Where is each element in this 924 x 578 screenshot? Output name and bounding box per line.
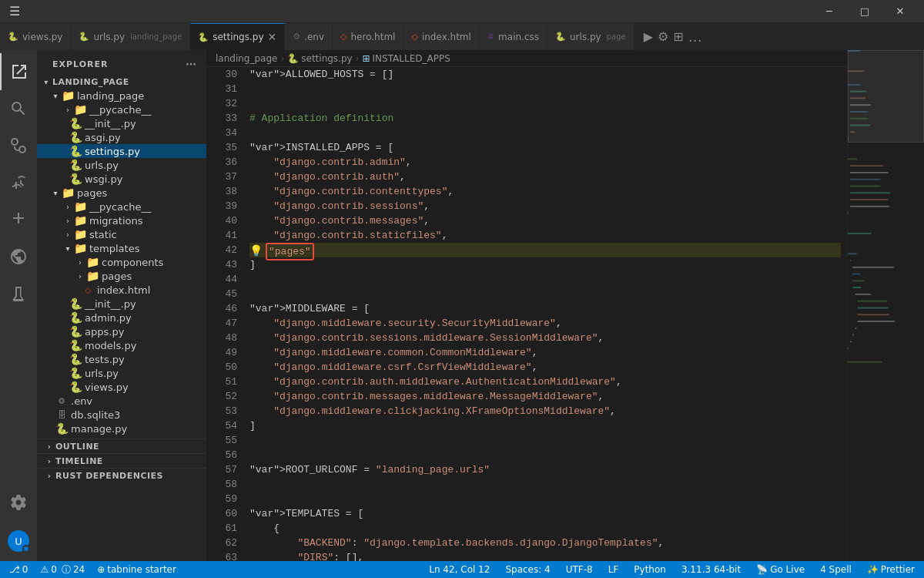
extensions-icon[interactable] — [0, 201, 37, 238]
branch-item[interactable]: ⎇ 0 — [6, 561, 31, 578]
tab-urls-py-2[interactable]: 🐍 urls.py page — [547, 23, 634, 50]
title-bar-left: ☰ — [6, 1, 23, 22]
folder-icon: 📁 — [62, 89, 74, 102]
file-label: models.py — [85, 340, 136, 351]
close-button[interactable]: ✕ — [882, 0, 918, 23]
tree-folder-migrations[interactable]: › 📁 migrations — [37, 213, 206, 227]
menu-icon[interactable]: ☰ — [6, 1, 23, 22]
tab-index-html[interactable]: ◇ index.html — [403, 23, 479, 50]
tree-file-admin[interactable]: 🐍 admin.py — [37, 311, 206, 324]
timeline-header[interactable]: › TIMELINE — [37, 454, 206, 468]
chevron-right-icon: › — [43, 469, 55, 482]
tab-settings-py[interactable]: 🐍 settings.py ✕ — [190, 23, 285, 50]
remote-icon[interactable] — [0, 238, 37, 275]
warning-icon: ⓘ — [62, 563, 71, 576]
html-icon: ◇ — [411, 32, 417, 42]
root-label: LANDING_PAGE — [52, 77, 129, 87]
tree-folder-pycache-2[interactable]: › 📁 __pycache__ — [37, 200, 206, 213]
tree-file-env[interactable]: ⚙ .env — [37, 394, 206, 408]
tree-file-wsgi[interactable]: 🐍 wsgi.py — [37, 172, 206, 186]
tab-hero-html[interactable]: ◇ hero.html — [333, 23, 403, 50]
tree-folder-templates[interactable]: ▾ 📁 templates — [37, 241, 206, 255]
golive-item[interactable]: 📡 Go Live — [753, 561, 808, 578]
spaces-item[interactable]: Spaces: 4 — [502, 561, 553, 578]
python-file-icon: 🐍 — [69, 131, 82, 143]
tree-folder-components[interactable]: › 📁 components — [37, 255, 206, 269]
tab-main-css[interactable]: # main.css — [480, 23, 547, 50]
error-item[interactable]: ⚠ 0 ⓘ 24 — [37, 561, 88, 578]
section-label: OUTLINE — [55, 442, 99, 452]
layout-icon[interactable]: ⊞ — [673, 29, 683, 44]
more-icon[interactable]: … — [688, 29, 702, 45]
tree-file-models[interactable]: 🐍 models.py — [37, 338, 206, 352]
tree-folder-pages-sub[interactable]: › 📁 pages — [37, 269, 206, 283]
sidebar-title: EXPLORER — [52, 59, 108, 69]
tree-file-init-2[interactable]: 🐍 __init__.py — [37, 297, 206, 311]
tree-file-urls-2[interactable]: 🐍 urls.py — [37, 366, 206, 380]
language-item[interactable]: Python — [631, 561, 669, 578]
eol-item[interactable]: LF — [605, 561, 622, 578]
tree-file-manage[interactable]: 🐍 manage.py — [37, 422, 206, 435]
tree-file-asgi[interactable]: 🐍 asgi.py — [37, 130, 206, 144]
outline-header[interactable]: › OUTLINE — [37, 439, 206, 453]
tree-folder-pages[interactable]: ▾ 📁 pages — [37, 186, 206, 200]
sidebar-header: EXPLORER ⋯ — [37, 50, 206, 75]
symbol-icon: ⊞ — [362, 53, 370, 64]
settings-icon[interactable] — [0, 484, 37, 521]
folder-label: pages — [102, 271, 132, 282]
minimize-button[interactable]: ─ — [812, 0, 847, 23]
tree-file-db[interactable]: 🗄 db.sqlite3 — [37, 408, 206, 422]
user-avatar[interactable]: U — [8, 530, 29, 552]
prettier-item[interactable]: ✨ Prettier — [864, 561, 918, 578]
tree-file-index-html[interactable]: ◇ index.html — [37, 283, 206, 297]
folder-label: __pycache__ — [89, 201, 151, 213]
tree-folder-static[interactable]: › 📁 static — [37, 227, 206, 241]
file-label: urls.py — [85, 368, 119, 379]
tree-folder-pycache-1[interactable]: › 📁 __pycache__ — [37, 102, 206, 116]
tab-env[interactable]: ⚙ .env — [285, 23, 333, 50]
tab-views-py[interactable]: 🐍 views.py — [0, 23, 71, 50]
search-icon[interactable] — [0, 90, 37, 127]
tree-file-views[interactable]: 🐍 views.py — [37, 380, 206, 394]
branch-icon: ⎇ — [9, 564, 20, 575]
tab-label: views.py — [22, 32, 62, 42]
tab-close-icon[interactable]: ✕ — [268, 32, 277, 42]
tree-folder-landing-page[interactable]: ▾ 📁 landing_page — [37, 89, 206, 102]
spell-item[interactable]: 4 Spell — [817, 561, 855, 578]
tree-file-settings[interactable]: 🐍 settings.py — [37, 144, 206, 158]
position-item[interactable]: Ln 42, Col 12 — [426, 561, 493, 578]
gear-icon: ⚙ — [293, 32, 300, 42]
folder-icon: 📁 — [74, 214, 86, 227]
tree-file-init-1[interactable]: 🐍 __init__.py — [37, 116, 206, 130]
run-icon[interactable]: ▶ — [644, 29, 653, 44]
tabnine-item[interactable]: ⊕ tabnine starter — [94, 561, 179, 578]
tree-file-apps[interactable]: 🐍 apps.py — [37, 324, 206, 338]
code-view[interactable]: 3031323334353637383940414243444546474849… — [206, 67, 847, 561]
tree-file-urls-1[interactable]: 🐍 urls.py — [37, 158, 206, 172]
python-version-label: 3.11.3 64-bit — [681, 564, 741, 575]
encoding-item[interactable]: UTF-8 — [563, 561, 596, 578]
new-file-icon[interactable]: ⋯ — [186, 58, 197, 70]
folder-icon: 📁 — [74, 228, 86, 240]
file-label: admin.py — [85, 312, 132, 324]
rust-header[interactable]: › RUST DEPENDENCIES — [37, 469, 206, 482]
explorer-icon[interactable] — [0, 53, 37, 90]
breadcrumb-item[interactable]: landing_page — [216, 53, 277, 64]
breadcrumb-sep: › — [280, 53, 284, 64]
code-content[interactable]: "var">ALLOWED_HOSTS = [] # Application d… — [243, 67, 847, 561]
python-icon: 🐍 — [555, 32, 566, 42]
tree-file-tests[interactable]: 🐍 tests.py — [37, 352, 206, 366]
flask-icon[interactable] — [0, 275, 37, 312]
section-label: RUST DEPENDENCIES — [55, 471, 163, 481]
source-control-icon[interactable] — [0, 127, 37, 164]
tab-actions: ▶ ⚙ ⊞ … — [638, 29, 708, 45]
chevron-right-icon: › — [74, 270, 86, 282]
tree-root[interactable]: ▾ LANDING_PAGE — [37, 75, 206, 89]
maximize-button[interactable]: □ — [847, 0, 882, 23]
settings-icon[interactable]: ⚙ — [658, 29, 668, 44]
python-version-item[interactable]: 3.11.3 64-bit — [678, 561, 744, 578]
debug-icon[interactable] — [0, 164, 37, 201]
breadcrumb-item[interactable]: ⊞INSTALLED_APPS — [362, 53, 450, 64]
tab-urls-py-1[interactable]: 🐍 urls.py landing_page — [71, 23, 190, 50]
breadcrumb-item[interactable]: 🐍settings.py — [287, 53, 352, 64]
